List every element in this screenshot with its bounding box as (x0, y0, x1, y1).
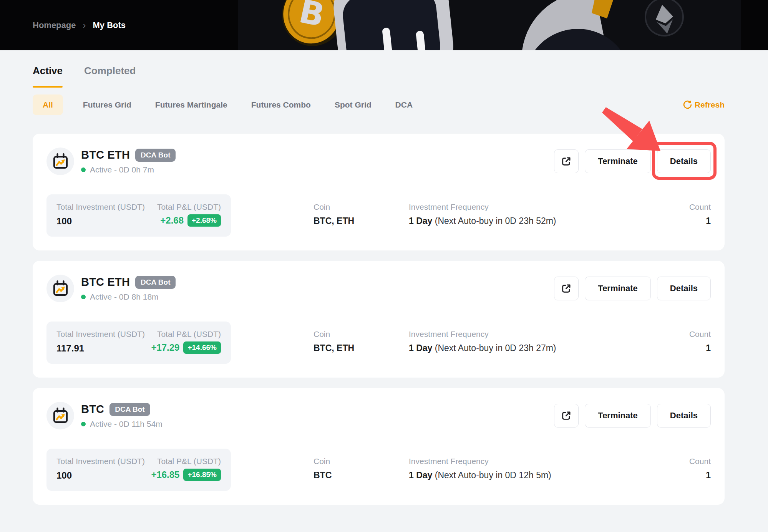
terminate-button[interactable]: Terminate (585, 277, 651, 300)
external-link-icon (561, 156, 572, 167)
open-external-button[interactable] (554, 404, 579, 428)
dca-calendar-chart-icon (51, 406, 70, 425)
bot-stats-panel: Total Investment (USDT) 117.91 Total P&L… (46, 322, 231, 364)
pnl-percent-badge: +2.68% (187, 214, 221, 227)
bot-title-block: BTC ETH DCA Bot Active - 0D 0h 7m (81, 149, 176, 174)
count-label: Count (672, 330, 711, 339)
refresh-button[interactable]: Refresh (682, 100, 725, 110)
total-pnl-value: +16.85 (151, 469, 179, 480)
bot-card: BTC DCA Bot Active - 0D 11h 54m Terminat… (33, 388, 725, 505)
total-investment-label: Total Investment (USDT) (56, 457, 145, 466)
bot-actions: Terminate Details (554, 277, 711, 300)
bot-status-text: Active - 0D 11h 54m (90, 419, 163, 429)
frequency-label: Investment Frequency (409, 457, 672, 466)
breadcrumb-homepage-link[interactable]: Homepage (33, 20, 76, 30)
open-external-button[interactable] (554, 277, 579, 300)
filter-spot-grid[interactable]: Spot Grid (335, 94, 372, 115)
total-investment-stat: Total Investment (USDT) 100 (56, 202, 145, 229)
coin-column: Coin BTC (314, 457, 409, 491)
bot-actions: Terminate Details (554, 404, 711, 428)
page-header: B Homepage › My Bots (0, 0, 768, 50)
frequency-main: 1 Day (409, 343, 432, 353)
count-label: Count (672, 202, 711, 212)
bot-card-header: BTC ETH DCA Bot Active - 0D 8h 18m Termi… (46, 275, 711, 302)
count-value: 1 (672, 470, 711, 481)
frequency-note: (Next Auto-buy in 0D 23h 52m) (432, 216, 556, 226)
bot-stats-panel: Total Investment (USDT) 100 Total P&L (U… (46, 449, 231, 491)
tab-active[interactable]: Active (33, 65, 63, 87)
total-investment-value: 117.91 (56, 343, 145, 354)
chevron-right-icon: › (83, 20, 86, 31)
bot-card-header: BTC DCA Bot Active - 0D 11h 54m Terminat… (46, 402, 711, 429)
status-dot-icon (81, 295, 86, 299)
tab-completed[interactable]: Completed (84, 65, 136, 87)
frequency-value: 1 Day (Next Auto-buy in 0D 23h 27m) (409, 343, 672, 353)
dca-calendar-chart-icon (51, 152, 70, 171)
frequency-label: Investment Frequency (409, 330, 672, 339)
status-dot-icon (81, 422, 86, 426)
total-investment-stat: Total Investment (USDT) 117.91 (56, 330, 145, 356)
total-pnl-label: Total P&L (USDT) (151, 457, 221, 466)
refresh-icon (682, 100, 692, 110)
coin-label: Coin (314, 330, 409, 339)
total-pnl-value: +2.68 (160, 215, 184, 226)
external-link-icon (561, 283, 572, 294)
dca-calendar-chart-icon (51, 279, 70, 298)
count-column: Count 1 (672, 457, 711, 491)
total-pnl-label: Total P&L (USDT) (157, 202, 221, 212)
tab-bar: Active Completed (33, 65, 725, 87)
total-investment-stat: Total Investment (USDT) 100 (56, 457, 145, 483)
bot-pair-title: BTC ETH (81, 149, 130, 161)
breadcrumb-current-page: My Bots (93, 20, 126, 30)
bot-title-block: BTC ETH DCA Bot Active - 0D 8h 18m (81, 276, 176, 302)
total-pnl-stat: Total P&L (USDT) +2.68 +2.68% (157, 202, 221, 229)
open-external-button[interactable] (554, 149, 579, 173)
bot-card-list: BTC ETH DCA Bot Active - 0D 0h 7m Termin… (33, 134, 725, 505)
filter-futures-combo[interactable]: Futures Combo (251, 94, 311, 115)
coin-value: BTC, ETH (314, 343, 409, 353)
coin-column: Coin BTC, ETH (314, 202, 409, 237)
count-column: Count 1 (672, 330, 711, 364)
total-pnl-value: +17.29 (151, 342, 179, 353)
bot-type-badge: DCA Bot (109, 403, 150, 416)
refresh-label: Refresh (695, 100, 725, 109)
total-investment-value: 100 (56, 216, 145, 227)
bot-title-block: BTC DCA Bot Active - 0D 11h 54m (81, 403, 163, 429)
filter-dca[interactable]: DCA (395, 94, 413, 115)
bot-status-text: Active - 0D 8h 18m (90, 292, 159, 302)
details-button[interactable]: Details (657, 277, 711, 300)
bot-extra-columns: Coin BTC Investment Frequency 1 Day (Nex… (231, 449, 711, 491)
details-button[interactable]: Details (657, 149, 711, 173)
bot-pair-title: BTC ETH (81, 276, 130, 288)
frequency-note: (Next Auto-buy in 0D 23h 27m) (432, 343, 556, 353)
bot-pair-title: BTC (81, 403, 104, 416)
filter-futures-grid[interactable]: Futures Grid (83, 94, 131, 115)
count-value: 1 (672, 343, 711, 353)
filter-all[interactable]: All (33, 94, 63, 115)
frequency-value: 1 Day (Next Auto-buy in 0D 23h 52m) (409, 216, 672, 226)
bot-extra-columns: Coin BTC, ETH Investment Frequency 1 Day… (231, 194, 711, 237)
bot-stats-row: Total Investment (USDT) 100 Total P&L (U… (46, 194, 711, 237)
bot-actions: Terminate Details (554, 149, 711, 173)
coin-label: Coin (314, 202, 409, 212)
bot-type-badge: DCA Bot (135, 149, 176, 162)
coin-value: BTC (314, 470, 409, 481)
external-link-icon (561, 410, 572, 421)
filter-bar: All Futures Grid Futures Martingale Futu… (33, 94, 725, 115)
terminate-button[interactable]: Terminate (585, 404, 651, 428)
header-illustration: B (230, 0, 768, 50)
bot-stats-row: Total Investment (USDT) 100 Total P&L (U… (46, 449, 711, 491)
pnl-percent-badge: +16.85% (183, 469, 221, 481)
filter-futures-martingale[interactable]: Futures Martingale (155, 94, 227, 115)
terminate-button[interactable]: Terminate (585, 149, 651, 173)
pnl-percent-badge: +14.66% (183, 341, 221, 354)
count-label: Count (672, 457, 711, 466)
coin-value: BTC, ETH (314, 216, 409, 226)
total-investment-value: 100 (56, 470, 145, 481)
frequency-column: Investment Frequency 1 Day (Next Auto-bu… (409, 457, 672, 491)
bot-avatar (46, 148, 74, 175)
frequency-main: 1 Day (409, 470, 432, 480)
bot-card-header: BTC ETH DCA Bot Active - 0D 0h 7m Termin… (46, 148, 711, 175)
details-button[interactable]: Details (657, 404, 711, 428)
frequency-label: Investment Frequency (409, 202, 672, 212)
